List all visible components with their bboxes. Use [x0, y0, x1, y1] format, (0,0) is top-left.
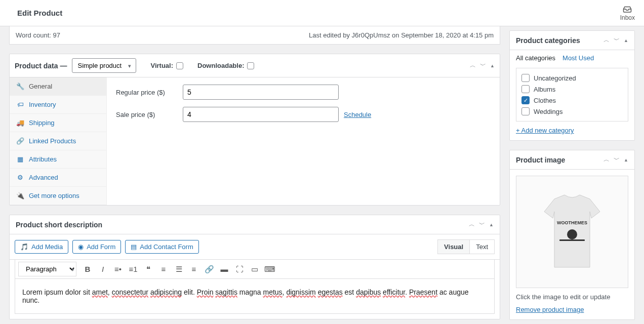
bold-button[interactable]: B: [80, 262, 95, 276]
gear-icon: ⚙: [17, 174, 24, 181]
list-icon: ▦: [17, 156, 24, 163]
panel-collapse-icon[interactable]: ▲: [624, 157, 628, 163]
regular-price-label: Regular price ($): [116, 89, 183, 96]
form-icon: ◉: [78, 243, 84, 251]
checkbox-checked[interactable]: ✓: [521, 96, 530, 104]
svg-rect-2: [559, 239, 585, 241]
product-image-panel: Product image ︿ ﹀ ▲ WOOTHEMES Click the: [509, 150, 635, 320]
product-data-label: Product data —: [15, 62, 67, 70]
visual-tab[interactable]: Visual: [437, 239, 469, 254]
product-image-caption: Click the image to edit or update: [516, 293, 628, 301]
page-header: Edit Product Inbox: [0, 0, 644, 26]
sale-price-input[interactable]: [183, 107, 339, 122]
categories-title: Product categories: [516, 36, 580, 45]
categories-list: Uncategorized Albums ✓Clothes Weddings: [516, 68, 628, 122]
text-tab[interactable]: Text: [469, 239, 495, 254]
align-center-button[interactable]: ☰: [172, 262, 186, 276]
short-desc-title: Product short description: [16, 221, 102, 229]
italic-button[interactable]: I: [96, 262, 110, 276]
product-image-thumbnail[interactable]: WOOTHEMES: [516, 176, 628, 288]
checkbox[interactable]: [521, 85, 530, 93]
panel-down-icon[interactable]: ﹀: [614, 36, 620, 45]
tab-shipping[interactable]: 🚚Shipping: [10, 114, 106, 132]
panel-collapse-icon[interactable]: ▲: [489, 222, 494, 227]
category-weddings[interactable]: Weddings: [520, 106, 624, 117]
virtual-checkbox[interactable]: [176, 62, 183, 69]
regular-price-input[interactable]: [183, 85, 339, 100]
panel-up-icon[interactable]: ︿: [603, 36, 610, 45]
panel-collapse-icon[interactable]: ▲: [624, 38, 628, 43]
fullscreen-button[interactable]: ⛶: [232, 262, 247, 276]
checkbox[interactable]: [521, 74, 530, 82]
tab-linked-products[interactable]: 🔗Linked Products: [10, 132, 106, 150]
word-count: Word count: 97: [16, 31, 60, 39]
tab-advanced[interactable]: ⚙Advanced: [10, 169, 106, 187]
downloadable-checkbox[interactable]: [247, 62, 254, 69]
tab-get-more[interactable]: 🔌Get more options: [10, 187, 106, 205]
panel-down-icon[interactable]: ﹀: [614, 155, 620, 164]
product-data-tabs: 🔧General 🏷Inventory 🚚Shipping 🔗Linked Pr…: [10, 77, 107, 205]
panel-down-icon[interactable]: ﹀: [480, 61, 486, 70]
category-clothes[interactable]: ✓Clothes: [520, 95, 624, 106]
link-button[interactable]: 🔗: [202, 262, 216, 276]
toolbar-toggle-button[interactable]: ⌨: [263, 262, 277, 276]
product-type-select[interactable]: Simple product: [72, 58, 136, 73]
editor-toolbar: Paragraph B I ≡• ≡1 ❝ ≡ ☰ ≡ 🔗 ▬ ⛶ ▭ ⌨: [15, 260, 495, 279]
checkbox[interactable]: [521, 107, 530, 115]
tshirt-icon: WOOTHEMES: [537, 189, 608, 275]
inbox-button[interactable]: Inbox: [620, 5, 635, 21]
categories-panel: Product categories ︿ ﹀ ▲ All categories …: [509, 30, 635, 141]
add-form-button[interactable]: ◉Add Form: [72, 240, 121, 254]
truck-icon: 🚚: [17, 119, 24, 127]
distraction-free-button[interactable]: ▭: [248, 262, 262, 276]
panel-up-icon[interactable]: ︿: [470, 61, 476, 70]
add-category-link[interactable]: + Add new category: [510, 127, 634, 140]
last-edited: Last edited by J6r0QpUmsz on September 1…: [309, 31, 494, 39]
panel-up-icon[interactable]: ︿: [469, 220, 475, 229]
contact-icon: ▤: [131, 243, 137, 251]
product-type-select-wrap[interactable]: Simple product: [72, 58, 136, 73]
word-count-bar: Word count: 97 Last edited by J6r0QpUmsz…: [9, 26, 500, 45]
numbered-list-button[interactable]: ≡1: [126, 262, 140, 276]
bullet-list-button[interactable]: ≡•: [111, 262, 125, 276]
media-icon: 🎵: [20, 243, 28, 251]
inbox-icon: [623, 5, 632, 14]
add-media-button[interactable]: 🎵Add Media: [15, 240, 68, 254]
link-icon: 🔗: [17, 138, 24, 145]
panel-down-icon[interactable]: ﹀: [479, 220, 485, 229]
remove-image-link[interactable]: Remove product image: [516, 306, 584, 313]
editor-content[interactable]: Lorem ipsum dolor sit amet, consectetur …: [15, 279, 495, 314]
sale-price-label: Sale price ($): [116, 111, 183, 118]
align-right-button[interactable]: ≡: [187, 262, 201, 276]
virtual-toggle[interactable]: Virtual:: [150, 62, 183, 69]
svg-point-1: [567, 229, 577, 239]
panel-up-icon[interactable]: ︿: [603, 155, 610, 164]
tab-inventory[interactable]: 🏷Inventory: [10, 96, 106, 114]
panel-collapse-icon[interactable]: ▲: [490, 63, 495, 68]
product-image-title: Product image: [516, 156, 565, 164]
category-albums[interactable]: Albums: [520, 84, 624, 95]
all-categories-tab[interactable]: All categories: [516, 54, 555, 65]
paragraph-select[interactable]: Paragraph: [18, 262, 76, 276]
schedule-link[interactable]: Schedule: [344, 111, 371, 118]
inbox-label: Inbox: [620, 14, 635, 21]
svg-text:WOOTHEMES: WOOTHEMES: [557, 220, 587, 225]
most-used-tab[interactable]: Most Used: [562, 54, 594, 65]
short-description-panel: Product short description ︿ ﹀ ▲ 🎵Add Med…: [9, 215, 500, 319]
align-left-button[interactable]: ≡: [156, 262, 171, 276]
add-contact-form-button[interactable]: ▤Add Contact Form: [125, 240, 199, 254]
insert-more-button[interactable]: ▬: [217, 262, 231, 276]
downloadable-toggle[interactable]: Downloadable:: [197, 62, 254, 69]
wrench-icon: 🔧: [17, 83, 24, 90]
page-title: Edit Product: [17, 9, 62, 17]
tab-general[interactable]: 🔧General: [10, 77, 106, 96]
product-data-panel: Product data — Simple product Virtual: D…: [9, 54, 500, 206]
tab-attributes[interactable]: ▦Attributes: [10, 150, 106, 169]
plug-icon: 🔌: [17, 192, 24, 199]
tag-icon: 🏷: [17, 101, 24, 108]
category-uncategorized[interactable]: Uncategorized: [520, 72, 624, 84]
quote-button[interactable]: ❝: [141, 262, 155, 276]
